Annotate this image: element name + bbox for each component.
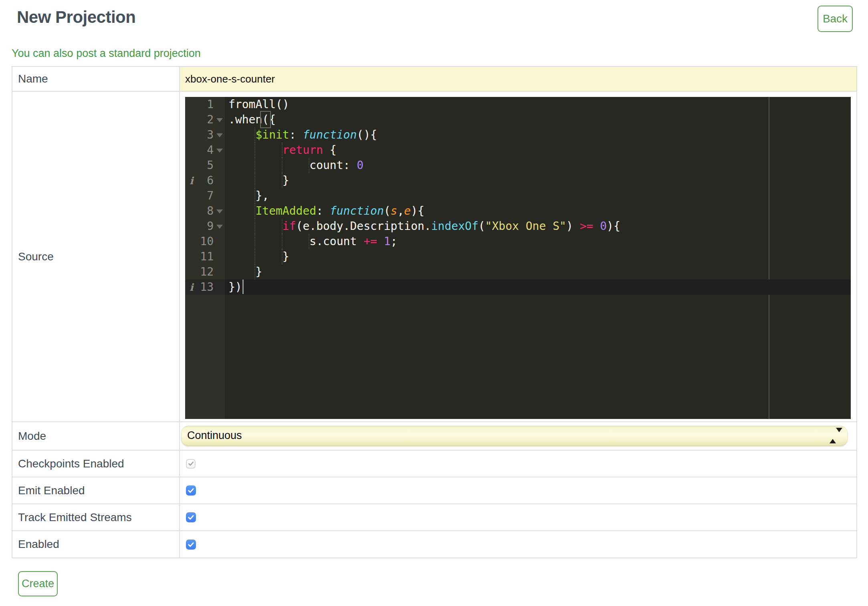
indent-guide: [282, 158, 283, 173]
line-number: 12: [200, 265, 214, 278]
line-number: 10: [200, 235, 214, 248]
indent-guide: [282, 234, 283, 249]
code-text: $init: function(){: [225, 127, 851, 143]
fold-arrow-icon[interactable]: [216, 209, 223, 213]
code-text: }: [225, 264, 851, 280]
form-row-source: Source 1fromAll()2.when({3 $init: functi…: [12, 92, 856, 422]
track-cell: [180, 504, 856, 530]
create-button[interactable]: Create: [18, 571, 58, 596]
code-text: count: 0: [225, 158, 851, 173]
indent-guide: [254, 127, 255, 143]
gutter-cell: 1: [185, 97, 225, 112]
line-number: 13: [200, 280, 214, 294]
emit-checkbox[interactable]: [186, 485, 196, 495]
gutter-cell: 12: [185, 264, 225, 280]
gutter-cell: 7: [185, 188, 225, 203]
editor-lines: 1fromAll()2.when({3 $init: function(){4 …: [185, 97, 851, 295]
emit-cell: [180, 477, 856, 503]
checkmark-icon: [187, 540, 195, 549]
code-line: 1fromAll(): [185, 97, 851, 112]
back-button[interactable]: Back: [818, 6, 853, 32]
source-code-editor[interactable]: 1fromAll()2.when({3 $init: function(){4 …: [185, 97, 851, 419]
indent-guide: [254, 188, 255, 203]
form-row-name: Name: [12, 67, 856, 92]
code-text: },: [225, 188, 851, 203]
checkmark-icon: [187, 460, 195, 467]
info-annotation-icon[interactable]: i: [190, 281, 194, 294]
indent-guide: [254, 264, 255, 280]
code-text: return {: [225, 143, 851, 158]
enabled-cell: [180, 531, 856, 558]
stepper-up-icon: [830, 432, 836, 443]
stepper-down-icon: [836, 428, 842, 439]
emit-label: Emit Enabled: [12, 477, 180, 503]
track-label: Track Emitted Streams: [12, 504, 180, 530]
line-number: 4: [207, 143, 214, 157]
name-label: Name: [12, 67, 180, 91]
fold-arrow-icon[interactable]: [216, 133, 223, 137]
gutter-cell: 3: [185, 127, 225, 143]
fold-arrow-icon[interactable]: [216, 149, 223, 153]
checkpoints-label: Checkpoints Enabled: [12, 451, 180, 477]
indent-guide: [309, 158, 309, 173]
fold-arrow-icon[interactable]: [216, 225, 223, 229]
code-text: if(e.body.Description.indexOf("Xbox One …: [225, 219, 851, 234]
indent-guide: [282, 249, 283, 264]
info-annotation-icon[interactable]: i: [190, 174, 194, 188]
line-number: 1: [207, 98, 214, 111]
enabled-checkbox[interactable]: [186, 540, 196, 550]
line-number: 2: [207, 113, 214, 126]
mode-select[interactable]: Continuous: [181, 426, 848, 446]
indent-guide: [282, 219, 283, 234]
fold-arrow-icon[interactable]: [216, 118, 223, 122]
code-text: fromAll(): [225, 97, 851, 112]
projection-form-table: Name Source 1fromAll()2.when({3 $init: f…: [12, 66, 857, 558]
checkpoints-cell: [180, 451, 856, 477]
code-line: 12 }: [185, 264, 851, 280]
form-row-emit: Emit Enabled: [12, 477, 856, 504]
code-text: }): [225, 280, 851, 295]
mode-cell: Continuous: [180, 422, 856, 450]
standard-projection-link[interactable]: You can also post a standard projection: [12, 47, 201, 60]
code-text: }: [225, 249, 851, 264]
line-number: 7: [207, 189, 214, 202]
gutter-cell: 4: [185, 143, 225, 158]
code-text: s.count += 1;: [225, 234, 851, 249]
line-number: 8: [207, 204, 214, 217]
enabled-label: Enabled: [12, 531, 180, 558]
code-text: }: [225, 173, 851, 188]
mode-label: Mode: [12, 422, 180, 450]
code-line: 2.when({: [185, 112, 851, 127]
code-line: 7 },: [185, 188, 851, 203]
gutter-cell: 10: [185, 234, 225, 249]
code-line: 11 }: [185, 249, 851, 264]
text-cursor: [242, 280, 244, 294]
projection-name-input[interactable]: [180, 67, 856, 91]
form-row-enabled: Enabled: [12, 531, 856, 558]
indent-guide: [254, 203, 255, 219]
gutter-cell: 2: [185, 112, 225, 127]
indent-guide: [254, 158, 255, 173]
form-row-track: Track Emitted Streams: [12, 504, 856, 531]
indent-guide: [254, 234, 255, 249]
mode-select-value: Continuous: [181, 429, 242, 442]
line-number: 9: [207, 219, 214, 233]
gutter-cell: 8: [185, 203, 225, 219]
checkmark-icon: [187, 513, 195, 521]
checkpoints-checkbox: [186, 459, 196, 469]
line-number: 6: [207, 174, 214, 187]
gutter-cell: 11: [185, 249, 225, 264]
code-line: 3 $init: function(){: [185, 127, 851, 143]
gutter-cell: 9: [185, 219, 225, 234]
page-title: New Projection: [17, 6, 135, 29]
code-text: ItemAdded: function(s,e){: [225, 203, 851, 219]
code-line: i13}): [185, 280, 851, 295]
new-projection-page: New Projection Back You can also post a …: [0, 0, 868, 606]
indent-guide: [309, 234, 309, 249]
track-checkbox[interactable]: [186, 512, 196, 522]
indent-guide: [282, 143, 283, 158]
line-number: 5: [207, 159, 214, 172]
indent-guide: [282, 173, 283, 188]
gutter-cell: 5: [185, 158, 225, 173]
form-row-mode: Mode Continuous: [12, 422, 856, 451]
